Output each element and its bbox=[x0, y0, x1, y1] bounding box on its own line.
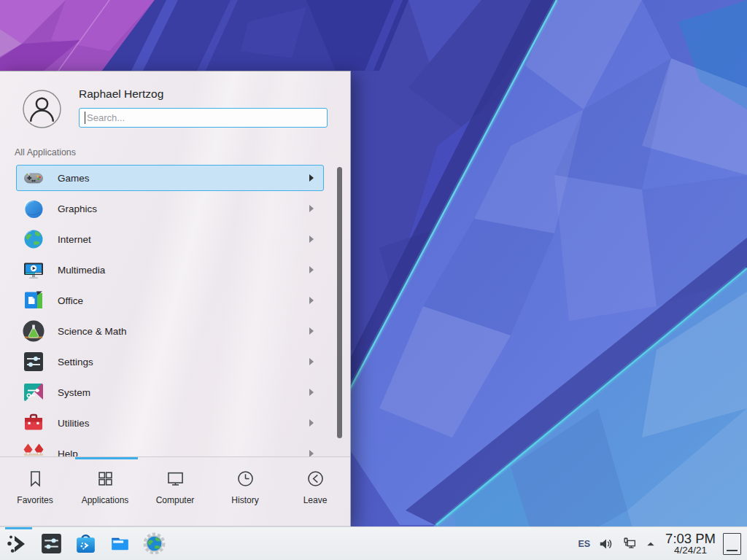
taskbar-app-discover[interactable] bbox=[74, 532, 98, 556]
tab-label: Favorites bbox=[17, 495, 53, 505]
category-label: System bbox=[58, 387, 90, 398]
clock-date: 4/24/21 bbox=[665, 545, 716, 556]
category-science-math[interactable]: Science & Math bbox=[16, 316, 324, 346]
expand-tray-icon[interactable] bbox=[645, 538, 657, 550]
tab-history[interactable]: History bbox=[210, 469, 280, 527]
internet-icon bbox=[22, 228, 45, 251]
tab-computer[interactable]: Computer bbox=[140, 469, 210, 527]
category-label: Utilities bbox=[58, 418, 90, 429]
application-launcher-menu: Raphael Hertzog All Applications GamesGr… bbox=[0, 71, 351, 526]
office-icon bbox=[22, 289, 45, 312]
discover-icon bbox=[74, 532, 98, 556]
category-list: GamesGraphicsInternetMultimediaOfficeSci… bbox=[16, 163, 324, 456]
taskbar-app-web-browser[interactable] bbox=[142, 532, 166, 556]
desktop: Raphael Hertzog All Applications GamesGr… bbox=[0, 0, 747, 560]
launcher-footer: FavoritesApplicationsComputerHistoryLeav… bbox=[0, 456, 350, 527]
active-tab-indicator bbox=[75, 457, 138, 459]
taskbar-app-system-settings[interactable] bbox=[39, 532, 63, 556]
category-label: Graphics bbox=[58, 203, 97, 214]
system-tray: ES 7:03 PM 4/24/21 bbox=[578, 532, 747, 556]
text-caret bbox=[85, 112, 85, 124]
user-avatar-icon[interactable] bbox=[23, 90, 61, 128]
category-utilities[interactable]: Utilities bbox=[16, 408, 324, 438]
volume-icon[interactable] bbox=[598, 536, 614, 552]
category-games[interactable]: Games bbox=[16, 163, 324, 193]
category-graphics[interactable]: Graphics bbox=[16, 193, 324, 224]
clock-icon bbox=[236, 469, 255, 489]
search-field-wrap bbox=[79, 108, 328, 128]
utilities-icon bbox=[22, 411, 45, 435]
category-office[interactable]: Office bbox=[16, 285, 324, 316]
tab-applications[interactable]: Applications bbox=[70, 469, 140, 527]
science-icon bbox=[22, 319, 45, 343]
clock-time: 7:03 PM bbox=[665, 532, 716, 545]
leave-icon bbox=[306, 469, 325, 489]
chevron-right-icon bbox=[309, 419, 314, 427]
tab-label: Computer bbox=[156, 495, 195, 505]
tab-favorites[interactable]: Favorites bbox=[0, 469, 70, 527]
scrollbar-thumb[interactable] bbox=[337, 167, 342, 438]
chevron-right-icon bbox=[309, 266, 314, 273]
system-icon bbox=[22, 381, 45, 404]
taskbar-app-file-manager[interactable] bbox=[108, 532, 132, 556]
chevron-right-icon bbox=[309, 297, 314, 304]
bookmark-icon bbox=[26, 469, 45, 489]
keyboard-layout-indicator[interactable]: ES bbox=[578, 539, 590, 549]
section-label: All Applications bbox=[15, 147, 76, 158]
footer-tabs: FavoritesApplicationsComputerHistoryLeav… bbox=[0, 457, 350, 527]
taskbar-panel: ES 7:03 PM 4/24/21 bbox=[0, 526, 747, 560]
chevron-right-icon bbox=[309, 389, 314, 396]
browser-globe-icon bbox=[142, 532, 166, 556]
category-settings[interactable]: Settings bbox=[16, 346, 324, 377]
monitor-icon bbox=[166, 469, 185, 489]
category-label: Science & Math bbox=[58, 326, 127, 337]
multimedia-icon bbox=[22, 258, 45, 281]
settings-icon bbox=[22, 350, 45, 373]
folder-icon bbox=[108, 532, 132, 556]
chevron-right-icon bbox=[309, 327, 314, 335]
graphics-icon bbox=[22, 197, 45, 220]
tab-label: Leave bbox=[303, 495, 328, 505]
category-system[interactable]: System bbox=[16, 377, 324, 408]
grid-icon bbox=[96, 469, 115, 489]
kickoff-icon bbox=[6, 532, 29, 556]
chevron-right-icon bbox=[309, 450, 314, 456]
category-label: Help bbox=[58, 448, 78, 457]
chevron-right-icon bbox=[309, 205, 314, 212]
tab-label: History bbox=[231, 495, 258, 505]
category-label: Office bbox=[58, 295, 83, 306]
search-input[interactable] bbox=[79, 108, 328, 128]
digital-clock[interactable]: 7:03 PM 4/24/21 bbox=[665, 532, 716, 556]
chevron-right-icon bbox=[309, 236, 314, 243]
category-label: Internet bbox=[58, 234, 91, 245]
help-icon bbox=[22, 442, 45, 456]
category-internet[interactable]: Internet bbox=[16, 224, 324, 254]
category-label: Multimedia bbox=[58, 265, 105, 276]
category-multimedia[interactable]: Multimedia bbox=[16, 254, 324, 285]
taskbar-app-icons bbox=[39, 532, 166, 556]
show-desktop-button[interactable] bbox=[723, 533, 741, 555]
category-label: Games bbox=[58, 173, 90, 184]
gamepad-icon bbox=[22, 166, 45, 190]
launcher-active-indicator bbox=[5, 527, 32, 529]
category-help[interactable]: Help bbox=[16, 438, 324, 456]
launcher-header: Raphael Hertzog bbox=[0, 71, 350, 136]
tab-leave[interactable]: Leave bbox=[280, 469, 350, 527]
chevron-right-icon bbox=[309, 174, 314, 182]
network-icon[interactable] bbox=[622, 536, 638, 552]
tab-label: Applications bbox=[82, 495, 129, 505]
chevron-right-icon bbox=[309, 358, 314, 365]
category-label: Settings bbox=[58, 357, 93, 368]
user-name: Raphael Hertzog bbox=[79, 88, 163, 101]
app-launcher-button[interactable] bbox=[0, 527, 35, 560]
system-settings-icon bbox=[39, 532, 63, 556]
